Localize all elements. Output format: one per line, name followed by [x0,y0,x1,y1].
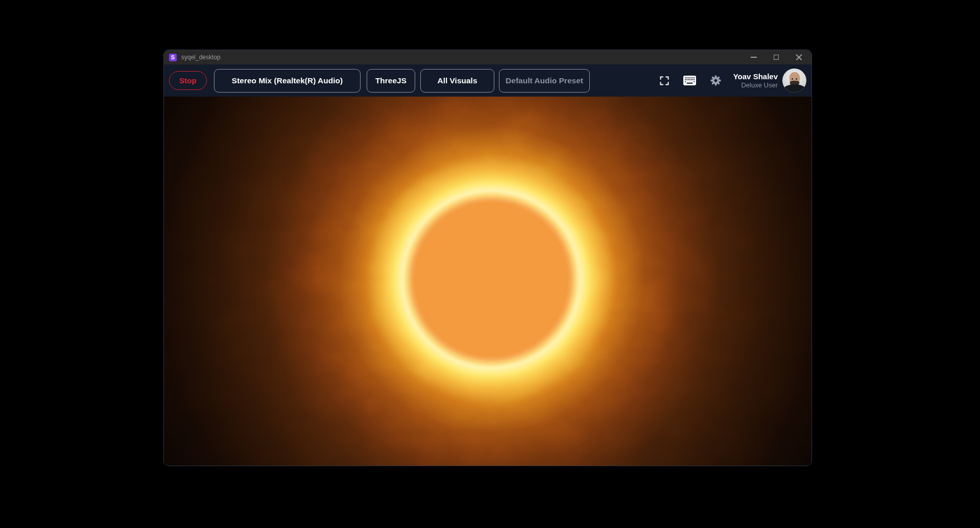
titlebar[interactable]: S syqel_desktop [164,50,811,64]
user-account[interactable]: Yoav Shalev Deluxe User [733,72,778,89]
keyboard-button[interactable] [683,76,696,85]
user-avatar[interactable] [782,68,806,93]
desktop-background: { "window": { "title": "syqel_desktop", … [0,0,980,528]
syqel-logo-icon: S [169,54,177,61]
minimize-button[interactable] [750,54,757,61]
toolbar-icon-group [660,75,721,86]
window-controls [750,54,806,61]
fullscreen-button[interactable] [660,76,669,85]
avatar-shoulders [783,84,806,93]
sun-corona-texture [164,97,811,466]
maximize-icon [774,55,779,60]
stop-button[interactable]: Stop [169,71,207,90]
settings-button[interactable] [710,75,721,86]
user-plan-badge: Deluxe User [733,81,778,89]
visuals-select[interactable]: All Visuals [420,69,494,93]
minimize-icon [751,57,757,58]
fullscreen-icon [660,76,669,85]
keyboard-icon [683,76,696,85]
visualizer-canvas[interactable] [164,97,811,466]
gear-icon [710,75,721,86]
close-icon [796,54,802,61]
audio-preset-select[interactable]: Default Audio Preset [499,69,590,93]
engine-select[interactable]: ThreeJS [367,69,415,93]
audio-device-select[interactable]: Stereo Mix (Realtek(R) Audio) [214,69,361,93]
user-name: Yoav Shalev [733,72,778,81]
maximize-button[interactable] [773,54,780,61]
avatar-eye [792,78,793,80]
toolbar: Stop Stereo Mix (Realtek(R) Audio) Three… [164,64,811,97]
app-window: S syqel_desktop Stop Stereo Mix (Realtek… [163,50,812,466]
window-title: syqel_desktop [181,54,221,61]
close-button[interactable] [795,54,802,61]
avatar-eye [796,78,797,80]
